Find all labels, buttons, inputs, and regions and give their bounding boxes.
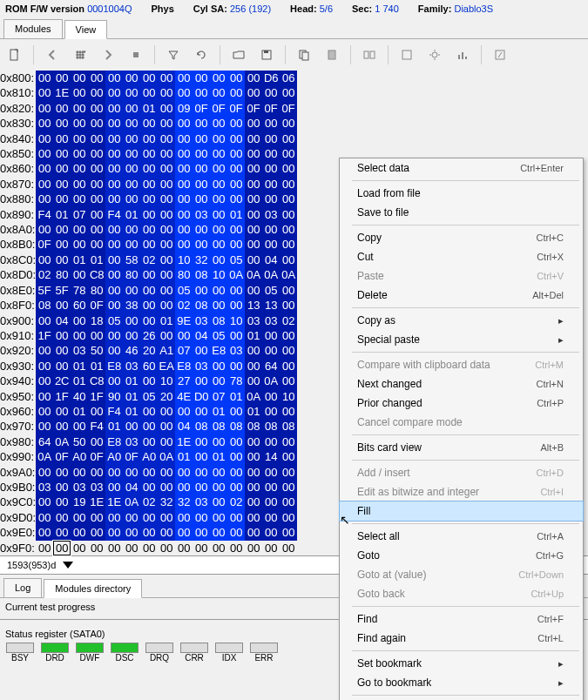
hex-byte[interactable]: F4 [105,404,123,419]
hex-byte[interactable]: 00 [53,495,71,509]
hex-byte[interactable]: 00 [245,222,262,237]
hex-byte[interactable]: 00 [158,207,175,222]
hex-byte[interactable]: 00 [53,116,71,131]
hex-byte[interactable]: 00 [53,146,71,161]
hex-byte[interactable]: 04 [262,252,280,267]
hex-byte[interactable]: 00 [105,343,123,358]
hex-byte[interactable]: 00 [210,207,227,222]
hex-byte[interactable]: 00 [193,177,210,192]
hex-byte[interactable]: 01 [71,252,88,267]
hex-byte[interactable]: 00 [105,222,123,237]
hex-byte[interactable]: 00 [36,252,53,267]
hex-byte[interactable]: 00 [158,237,175,252]
toolbar-next-icon[interactable] [95,43,121,67]
hex-byte[interactable]: 00 [210,161,227,176]
hex-byte[interactable]: 10 [227,313,245,328]
toolbar-export-icon[interactable] [487,43,513,67]
hex-byte[interactable]: 00 [280,116,297,131]
hex-byte[interactable]: 00 [280,131,297,146]
hex-byte[interactable]: 00 [123,222,140,237]
hex-byte[interactable]: F4 [36,207,53,222]
hex-byte[interactable]: 00 [280,222,297,237]
hex-byte[interactable]: C8 [88,267,105,282]
hex-byte[interactable]: 00 [36,359,53,374]
hex-byte[interactable]: 00 [71,71,88,85]
hex-byte[interactable]: 00 [53,404,71,419]
hex-byte[interactable]: 01 [123,374,140,388]
hex-byte[interactable]: E8 [210,343,227,358]
hex-byte[interactable]: 00 [280,495,297,509]
hex-byte[interactable]: 00 [193,161,210,176]
hex-byte[interactable]: 78 [227,374,245,388]
hex-byte[interactable]: 00 [193,374,210,388]
hex-byte[interactable]: 01 [123,404,140,419]
hex-byte[interactable]: 00 [227,131,245,146]
hex-byte[interactable]: 00 [158,192,175,206]
hex-byte[interactable]: 00 [210,131,227,146]
hex-byte[interactable]: 00 [36,343,53,358]
hex-byte[interactable]: 00 [210,465,227,480]
hex-byte[interactable]: 80 [175,267,193,282]
hex-byte[interactable]: 05 [262,283,280,298]
hex-byte[interactable]: 00 [280,192,297,206]
hex-byte[interactable]: E8 [105,359,123,374]
hex-byte[interactable]: 0F [123,449,140,464]
hex-byte[interactable]: 60 [140,359,158,374]
hex-byte[interactable]: 00 [227,146,245,161]
hex-byte[interactable]: A0 [140,449,158,464]
hex-byte[interactable]: 00 [245,116,262,131]
hex-byte[interactable]: 00 [193,237,210,252]
hex-byte[interactable]: 10 [280,389,297,404]
hex-byte[interactable]: 00 [262,85,280,100]
hex-byte[interactable]: 00 [158,131,175,146]
hex-byte[interactable]: 00 [71,101,88,116]
hex-byte[interactable]: 0A [262,374,280,388]
hex-byte[interactable]: 00 [105,146,123,161]
ctx-copy-as[interactable]: Copy as [340,311,583,330]
hex-byte[interactable]: 00 [123,116,140,131]
hex-byte[interactable]: 00 [175,510,193,525]
hex-byte[interactable]: 58 [123,252,140,267]
hex-byte[interactable]: 00 [71,510,88,525]
ctx-delete[interactable]: DeleteAlt+Del [340,286,583,305]
toolbar-stop-icon[interactable] [123,43,149,67]
hex-byte[interactable]: 00 [36,101,53,116]
hex-byte[interactable]: 00 [71,525,88,540]
hex-byte[interactable]: 01 [88,252,105,267]
hex-byte[interactable]: 20 [158,389,175,404]
hex-byte[interactable]: 00 [36,222,53,237]
hex-byte[interactable]: 00 [262,404,280,419]
hex-byte[interactable]: 00 [105,510,123,525]
hex-byte[interactable]: 00 [210,252,227,267]
hex-byte[interactable]: 00 [105,328,123,343]
hex-byte[interactable]: 00 [245,359,262,374]
hex-byte[interactable]: 05 [105,313,123,328]
hex-byte[interactable]: 00 [140,237,158,252]
hex-byte[interactable]: 00 [123,541,140,555]
hex-byte[interactable]: 13 [245,298,262,313]
hex-byte[interactable]: 00 [227,510,245,525]
hex-byte[interactable]: 08 [210,313,227,328]
hex-byte[interactable]: 00 [88,71,105,85]
hex-byte[interactable]: 1E [105,495,123,509]
hex-byte[interactable]: 00 [158,510,175,525]
hex-byte[interactable]: 00 [140,525,158,540]
hex-byte[interactable]: 50 [88,343,105,358]
toolbar-save-icon[interactable] [253,43,280,67]
hex-byte[interactable]: 00 [88,222,105,237]
hex-byte[interactable]: 00 [158,101,175,116]
hex-byte[interactable]: 00 [71,328,88,343]
hex-byte[interactable]: 32 [193,252,210,267]
hex-byte[interactable]: 00 [193,85,210,100]
hex-byte[interactable]: 00 [88,207,105,222]
hex-byte[interactable]: 00 [280,343,297,358]
hex-byte[interactable]: 00 [71,192,88,206]
hex-byte[interactable]: 01 [105,419,123,434]
hex-byte[interactable]: 00 [193,283,210,298]
hex-byte[interactable]: 00 [53,419,71,434]
hex-byte[interactable]: 00 [210,222,227,237]
hex-byte[interactable]: 00 [105,131,123,146]
hex-byte[interactable]: 00 [193,192,210,206]
hex-byte[interactable]: 00 [262,131,280,146]
hex-byte[interactable]: 00 [262,177,280,192]
